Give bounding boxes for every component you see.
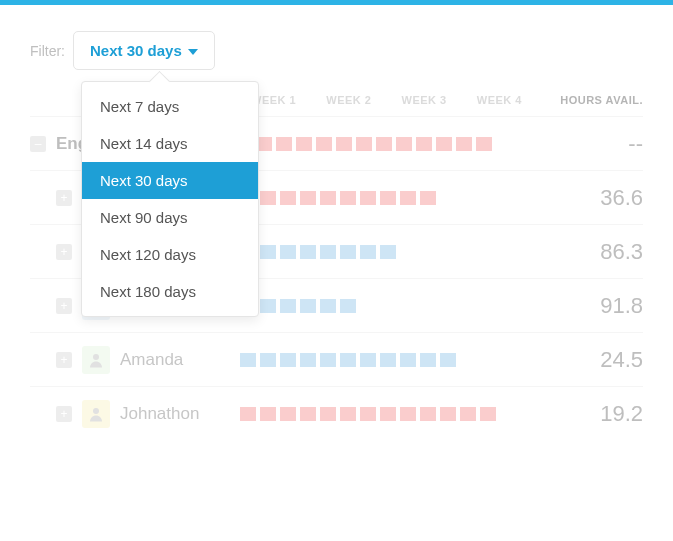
utilization-segment	[400, 407, 416, 421]
svg-point-4	[93, 408, 99, 414]
utilization-segment	[400, 299, 416, 313]
utilization-segment	[300, 245, 316, 259]
filter-option[interactable]: Next 90 days	[82, 199, 258, 236]
utilization-segment	[400, 245, 416, 259]
utilization-segment	[336, 137, 352, 151]
column-week: WEEK 2	[311, 94, 386, 106]
utilization-segment	[280, 299, 296, 313]
utilization-segment	[300, 407, 316, 421]
utilization-segment	[340, 245, 356, 259]
utilization-segment	[440, 299, 456, 313]
utilization-segment	[460, 245, 476, 259]
collapse-group-button[interactable]: –	[30, 136, 46, 152]
utilization-segment	[396, 137, 412, 151]
person-name: Johnathon	[120, 404, 240, 424]
utilization-segment	[380, 299, 396, 313]
utilization-segment	[480, 299, 496, 313]
utilization-segment	[296, 137, 312, 151]
utilization-segment	[260, 407, 276, 421]
person-name: Amanda	[120, 350, 240, 370]
utilization-bars	[240, 189, 537, 207]
person-hours: 36.6	[537, 185, 643, 211]
utilization-segment	[280, 407, 296, 421]
filter-row: Filter: Next 30 days Next 7 daysNext 14 …	[30, 31, 643, 70]
utilization-segment	[240, 353, 256, 367]
filter-option[interactable]: Next 14 days	[82, 125, 258, 162]
avatar	[82, 400, 110, 428]
filter-dropdown: Next 30 days Next 7 daysNext 14 daysNext…	[73, 31, 215, 70]
utilization-bars	[240, 405, 537, 423]
column-hours-avail: HOURS AVAIL.	[537, 94, 643, 106]
utilization-segment	[340, 353, 356, 367]
utilization-segment	[320, 353, 336, 367]
expand-person-button[interactable]: +	[56, 190, 72, 206]
utilization-segment	[476, 137, 492, 151]
utilization-segment	[320, 299, 336, 313]
utilization-segment	[280, 245, 296, 259]
utilization-segment	[380, 353, 396, 367]
expand-person-button[interactable]: +	[56, 406, 72, 422]
person-hours: 19.2	[537, 401, 643, 427]
utilization-segment	[276, 137, 292, 151]
utilization-segment	[460, 191, 476, 205]
utilization-segment	[300, 299, 316, 313]
group-hours: --	[537, 131, 643, 157]
person-hours: 86.3	[537, 239, 643, 265]
utilization-segment	[360, 407, 376, 421]
utilization-segment	[460, 407, 476, 421]
filter-dropdown-menu: Next 7 daysNext 14 daysNext 30 daysNext …	[81, 81, 259, 317]
avatar	[82, 346, 110, 374]
group-utilization-bars	[216, 135, 537, 153]
utilization-bars	[240, 243, 537, 261]
utilization-segment	[376, 137, 392, 151]
utilization-segment	[420, 407, 436, 421]
utilization-segment	[420, 353, 436, 367]
utilization-segment	[380, 191, 396, 205]
expand-person-button[interactable]: +	[56, 298, 72, 314]
filter-option[interactable]: Next 120 days	[82, 236, 258, 273]
utilization-segment	[500, 191, 516, 205]
filter-option[interactable]: Next 30 days	[82, 162, 258, 199]
utilization-segment	[360, 299, 376, 313]
utilization-segment	[500, 353, 516, 367]
person-hours: 91.8	[537, 293, 643, 319]
utilization-segment	[356, 137, 372, 151]
filter-dropdown-button[interactable]: Next 30 days	[73, 31, 215, 70]
utilization-segment	[316, 137, 332, 151]
utilization-segment	[340, 299, 356, 313]
person-row: +Amanda24.5	[30, 333, 643, 387]
utilization-segment	[440, 245, 456, 259]
utilization-segment	[500, 407, 516, 421]
utilization-segment	[260, 191, 276, 205]
utilization-segment	[380, 407, 396, 421]
expand-person-button[interactable]: +	[56, 352, 72, 368]
utilization-segment	[400, 353, 416, 367]
utilization-segment	[480, 407, 496, 421]
utilization-segment	[260, 353, 276, 367]
utilization-segment	[340, 407, 356, 421]
utilization-segment	[320, 191, 336, 205]
utilization-segment	[500, 245, 516, 259]
utilization-segment	[460, 353, 476, 367]
column-week: WEEK 4	[462, 94, 537, 106]
utilization-segment	[416, 137, 432, 151]
utilization-segment	[440, 191, 456, 205]
utilization-segment	[280, 191, 296, 205]
filter-selected-value: Next 30 days	[90, 42, 182, 59]
utilization-segment	[436, 137, 452, 151]
column-week: WEEK 3	[387, 94, 462, 106]
utilization-segment	[420, 191, 436, 205]
utilization-segment	[500, 299, 516, 313]
filter-option[interactable]: Next 7 days	[82, 88, 258, 125]
utilization-segment	[460, 299, 476, 313]
utilization-segment	[360, 353, 376, 367]
person-hours: 24.5	[537, 347, 643, 373]
utilization-segment	[280, 353, 296, 367]
utilization-segment	[300, 191, 316, 205]
utilization-segment	[480, 191, 496, 205]
utilization-segment	[340, 191, 356, 205]
utilization-segment	[300, 353, 316, 367]
utilization-bars	[240, 351, 537, 369]
expand-person-button[interactable]: +	[56, 244, 72, 260]
filter-option[interactable]: Next 180 days	[82, 273, 258, 310]
